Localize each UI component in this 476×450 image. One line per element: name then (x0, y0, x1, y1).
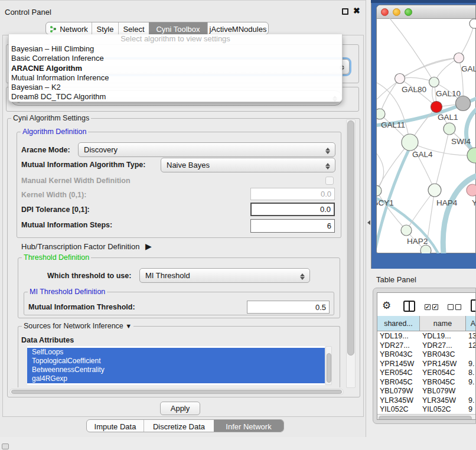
node-gal11[interactable] (377, 109, 385, 119)
attribute-item-selected[interactable]: BetweennessCentrality (27, 366, 325, 374)
desktop-top-strip (371, 0, 476, 3)
algorithm-option[interactable]: Dream8 DC_TDC Algorithm (9, 92, 342, 102)
column-header-clipped[interactable]: A (466, 316, 476, 331)
node-hap2[interactable] (401, 225, 412, 236)
tab-style[interactable]: Style (92, 22, 118, 35)
table-cell[interactable]: YPR145W (420, 360, 468, 369)
hide-columns-icon[interactable] (448, 304, 461, 310)
table-cell[interactable]: YIL052C (377, 405, 422, 415)
table-cell[interactable]: YBR043C (420, 350, 468, 360)
table-cell[interactable]: 12 (466, 341, 476, 351)
manual-kernel-checkbox[interactable] (325, 177, 334, 185)
tab-impute-data[interactable]: Impute Data (87, 420, 144, 432)
table-cell[interactable]: YDR27... (377, 341, 422, 351)
table-cell[interactable]: 9 (466, 405, 476, 415)
algorithm-option[interactable]: Mutual Information Inference (9, 73, 342, 83)
settings-hscrollbar-thumb[interactable] (11, 390, 342, 394)
table-cell[interactable]: YBR045C (420, 378, 468, 387)
table-cell[interactable]: YBL079W (420, 387, 468, 396)
table-cell[interactable]: YBR043C (377, 350, 422, 360)
table-cell[interactable]: YDL19... (420, 332, 468, 341)
node-gal-clipped[interactable] (454, 53, 464, 63)
mi-type-combo[interactable]: Naive Bayes (161, 158, 335, 172)
algorithm-option[interactable]: Bayesian – Hill Climbing (9, 44, 342, 54)
node-gal4[interactable] (402, 134, 418, 151)
attribute-item-selected[interactable]: gal4RGexp (27, 374, 325, 383)
table-cell[interactable]: 9. (466, 396, 476, 406)
mac-close-icon[interactable] (381, 8, 389, 16)
table-cell[interactable]: 13 (466, 332, 476, 341)
table-cell[interactable]: YBR045C (377, 378, 422, 387)
column-header-name[interactable]: name (420, 316, 466, 331)
node-unnamed-top[interactable] (470, 19, 476, 28)
apply-button[interactable]: Apply (160, 402, 200, 415)
tab-network[interactable]: Network (46, 22, 92, 35)
aracne-mode-combo[interactable]: Discovery (78, 142, 335, 157)
expanded-arrow-icon: ▼ (125, 322, 132, 330)
algorithm-option[interactable]: Basic Correlation Inference (9, 54, 342, 63)
close-panel-icon[interactable]: ✖ (353, 6, 360, 15)
table-hscrollbar[interactable] (377, 414, 476, 420)
table-cell[interactable]: YDR27... (420, 341, 468, 351)
network-canvas[interactable]: GAL GAL80 GAL10 GAL1 GAL11 SWI4 GAL4 GCY… (377, 18, 476, 253)
column-header-shared[interactable]: shared... (377, 316, 420, 331)
control-panel-title: Control Panel (5, 8, 51, 17)
kernel-width-input[interactable] (250, 188, 335, 200)
which-threshold-combo[interactable]: MI Threshold (139, 268, 310, 283)
node-swi4[interactable] (444, 123, 455, 135)
table-hscrollbar-thumb[interactable] (379, 416, 472, 420)
table-cell[interactable]: YDL19... (377, 332, 422, 341)
node-label: GAL1 (438, 113, 458, 122)
split-panel-icon[interactable] (403, 301, 415, 312)
node-gcy1[interactable] (377, 185, 382, 196)
table-cell[interactable]: YIL052C (420, 405, 468, 415)
table-cell[interactable]: 8. (466, 369, 476, 378)
table-cell[interactable]: YER054C (420, 369, 468, 378)
node-gray[interactable] (456, 96, 471, 111)
tab-select[interactable]: Select (118, 22, 149, 35)
mi-threshold-input[interactable] (247, 301, 330, 314)
mi-steps-input[interactable] (250, 219, 335, 233)
table-cell[interactable]: YBL079W (377, 387, 422, 396)
node-green-right[interactable] (467, 148, 476, 163)
table-cell[interactable] (466, 350, 476, 360)
attributes-scrollbar-thumb[interactable] (327, 353, 331, 383)
attribute-item-selected[interactable]: TopologicalCoefficient (27, 357, 325, 366)
node-hap4[interactable] (428, 184, 441, 197)
table-cell[interactable] (466, 387, 476, 396)
node-gal10[interactable] (429, 77, 439, 87)
gear-icon[interactable]: ⚙ (382, 301, 391, 311)
splitter-collapse-icon[interactable] (365, 220, 370, 225)
panel-toggle-icon[interactable] (2, 444, 9, 449)
table-cell[interactable]: YLR345W (420, 396, 468, 406)
table-cell[interactable]: YER054C (377, 369, 422, 378)
node-y-clipped[interactable] (467, 184, 476, 196)
tab-infer-network[interactable]: Infer Network (214, 420, 283, 432)
node-gal1-red[interactable] (431, 102, 442, 113)
settings-scrollbar-thumb[interactable] (347, 120, 354, 356)
mac-zoom-icon[interactable] (405, 8, 412, 16)
node-gal80[interactable] (395, 74, 405, 84)
node-label: SWI4 (451, 137, 471, 146)
dpi-tolerance-input[interactable] (250, 203, 335, 216)
tab-cyni-toolbox[interactable]: Cyni Toolbox (149, 22, 207, 35)
attribute-item-selected[interactable]: SelfLoops (27, 348, 325, 357)
mac-minimize-icon[interactable] (393, 8, 400, 16)
table-cell[interactable]: 9. (466, 360, 476, 369)
hub-section-header[interactable]: Hub/Transcription Factor Definition ▶ (21, 242, 152, 251)
tab-discretize-data[interactable]: Discretize Data (144, 420, 214, 432)
network-window-titlebar[interactable] (377, 5, 476, 19)
node-bottom-partial[interactable] (420, 245, 431, 253)
algorithm-option[interactable]: Bayesian – K2 (9, 83, 342, 92)
table-cell[interactable]: YLR345W (377, 396, 422, 406)
tab-jactivemnodules[interactable]: jActiveMNodules (207, 22, 268, 35)
show-columns-icon[interactable]: ✓✓ (425, 304, 438, 310)
export-table-icon[interactable] (471, 299, 476, 312)
data-attributes-list[interactable]: SelfLoops TopologicalCoefficient Between… (27, 346, 325, 385)
algorithm-dropdown-popup: Select algorithm to view settings Bayesi… (8, 34, 343, 102)
algorithm-option-selected[interactable]: ARACNE Algorithm (9, 64, 342, 73)
table-cell[interactable]: 9. (466, 378, 476, 387)
table-cell[interactable]: YPR145W (377, 360, 422, 369)
sources-group-title[interactable]: Sources for Network Inference ▼ (22, 322, 133, 330)
float-panel-icon[interactable] (342, 8, 348, 15)
